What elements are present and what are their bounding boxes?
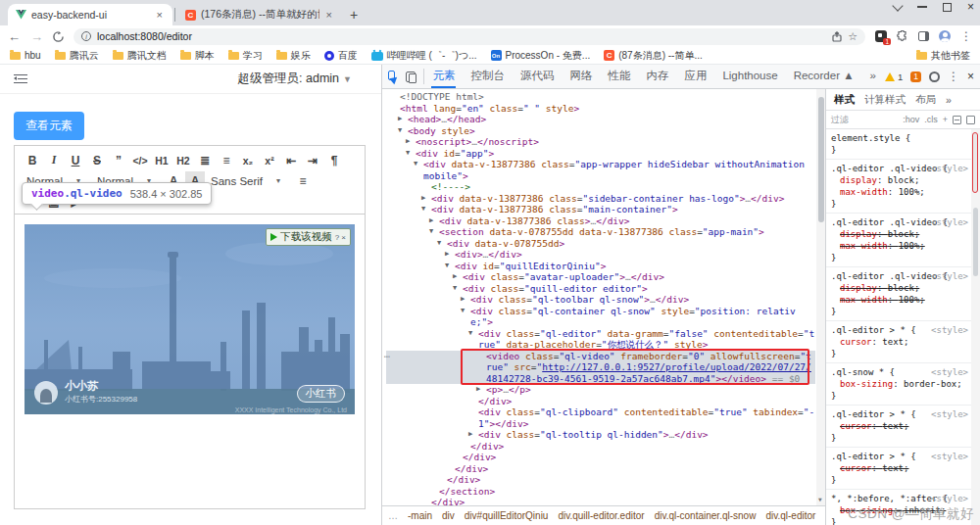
- devtools-tab-[interactable]: 性能: [607, 65, 631, 88]
- dom-tree-line[interactable]: ▼<div id="quillEditorQiniu">: [386, 261, 815, 272]
- warnings-badge[interactable]: 1: [885, 72, 903, 82]
- rule-origin[interactable]: <style>: [931, 324, 968, 336]
- chrome-menu-icon[interactable]: ⋮: [960, 29, 972, 43]
- dom-tree-line[interactable]: ▼<div class="quill-editor editor">: [386, 283, 815, 295]
- dom-tree-line[interactable]: </div>: [386, 497, 815, 505]
- expand-arrow-open[interactable]: ▼: [445, 261, 449, 272]
- expand-arrow-closed[interactable]: ▶: [453, 271, 457, 283]
- direction-button[interactable]: ¶: [324, 151, 344, 169]
- align-button[interactable]: ≡: [293, 171, 313, 190]
- bookmark-item[interactable]: 百度: [324, 49, 358, 63]
- list-bullet-button[interactable]: ≡: [217, 151, 236, 169]
- dom-tree-line[interactable]: ▼<div data-v-078755dd>: [386, 238, 815, 250]
- settings-gear-icon[interactable]: [929, 72, 940, 82]
- expand-arrow-open[interactable]: ▼: [406, 148, 410, 160]
- filter-tool[interactable]: +: [943, 115, 948, 124]
- rule-origin[interactable]: <style>: [931, 366, 968, 378]
- site-info-icon[interactable]: i: [81, 31, 91, 41]
- styles-scrollbar[interactable]: [971, 129, 980, 525]
- css-rule[interactable]: <style>.ql-editor > * {cursor: text;}: [826, 448, 971, 490]
- bookmark-item[interactable]: OnProcessOn - 免费...: [491, 49, 591, 63]
- css-rule[interactable]: element.style {}: [826, 129, 971, 160]
- device-toolbar-icon[interactable]: [406, 72, 416, 82]
- bookmark-item[interactable]: 娱乐: [276, 49, 311, 63]
- devtools-tab-[interactable]: 控制台: [469, 65, 506, 88]
- minimize-button[interactable]: [917, 6, 927, 8]
- new-tab-button[interactable]: +: [350, 7, 358, 23]
- header-2-button[interactable]: H2: [173, 151, 193, 169]
- dom-tree-line[interactable]: ▶<div data-v-13877386 class>…</div>: [386, 215, 815, 227]
- blockquote-button[interactable]: ”: [109, 151, 128, 169]
- code-block-button[interactable]: </>: [130, 151, 150, 169]
- devtools-close-icon[interactable]: ×: [967, 70, 974, 83]
- expand-arrow-open[interactable]: ▼: [398, 125, 402, 137]
- css-rule[interactable]: <style>.ql-snow * {box-sizing: border-bo…: [826, 363, 971, 406]
- expand-arrow-open[interactable]: ▼: [468, 328, 472, 340]
- dom-tree-line[interactable]: ▼<body style>: [386, 125, 815, 137]
- italic-button[interactable]: I: [44, 151, 64, 169]
- node-more-icon[interactable]: ⋯: [384, 351, 390, 362]
- grid-icon[interactable]: [953, 116, 961, 124]
- expand-arrow-open[interactable]: ▼: [461, 306, 465, 317]
- address-bar[interactable]: i localhost:8080/editor ☆: [74, 28, 865, 45]
- devtools-tab-[interactable]: 元素: [431, 65, 456, 88]
- dom-tree-line[interactable]: </div>: [386, 452, 815, 463]
- dom-tree-line[interactable]: ▶<div data-v-13877386 class="sidebar-con…: [386, 193, 815, 205]
- inspect-element-button[interactable]: 查看元素: [14, 112, 84, 140]
- css-rule[interactable]: <style>.ql-editor .ql-video {display: bl…: [826, 214, 971, 267]
- css-property[interactable]: display: block;: [831, 228, 967, 240]
- embedded-video[interactable]: 下载该视频 ? × 小小苏 小红书号:255329958 小红书 XXXX In…: [24, 224, 355, 414]
- elements-scrollbar[interactable]: ▼: [816, 89, 825, 505]
- filter-tool[interactable]: :hov: [903, 115, 919, 124]
- download-video-badge[interactable]: 下载该视频 ? ×: [266, 228, 351, 246]
- expand-arrow-open[interactable]: ▼: [453, 283, 457, 295]
- dom-tree-line[interactable]: ▼<div data-v-13877386 class="main-contai…: [386, 204, 815, 215]
- expand-arrow-open[interactable]: ▼: [421, 204, 425, 215]
- browser-tab-inactive[interactable]: C (176条消息) --简单就好的博客_ ×: [177, 4, 342, 25]
- rule-origin[interactable]: <style>: [931, 270, 968, 282]
- css-property[interactable]: max-width: 100%;: [831, 186, 967, 198]
- dom-tree-line[interactable]: <!---->: [386, 181, 815, 193]
- css-property[interactable]: display: block;: [831, 282, 967, 294]
- bookmark-item[interactable]: 脚本: [180, 49, 215, 63]
- refresh-button[interactable]: [53, 31, 64, 42]
- devtools-tab-Lighthouse[interactable]: Lighthouse: [721, 65, 778, 88]
- expand-arrow-closed[interactable]: ▶: [468, 429, 472, 441]
- bookmark-item[interactable]: 学习: [228, 49, 263, 63]
- badge-minor-icons[interactable]: ? ×: [335, 233, 346, 242]
- expand-arrow-closed[interactable]: ▶: [406, 136, 410, 148]
- dom-tree-line[interactable]: ▶<div class="ql-tooltip ql-hidden">…</di…: [386, 429, 815, 441]
- css-property[interactable]: box-sizing: border-box;: [831, 378, 967, 390]
- extension-icon[interactable]: 1: [875, 30, 887, 42]
- rule-origin[interactable]: <style>: [931, 493, 968, 504]
- dom-tree-line[interactable]: ▶<noscript>…</noscript>: [386, 136, 815, 148]
- bookmark-item[interactable]: 哔哩哔哩 (゜-゜)つ...: [371, 49, 477, 63]
- dom-tree-line[interactable]: ▼<section data-v-078755dd data-v-1387738…: [386, 226, 815, 238]
- dom-tree-line[interactable]: <html lang="en" class=" " style>: [386, 103, 815, 115]
- sidebar-toggle-icon[interactable]: [14, 74, 27, 84]
- expand-arrow-closed[interactable]: ▶: [421, 193, 425, 205]
- side-panel-icon[interactable]: [918, 31, 929, 41]
- issues-badge[interactable]: 1: [910, 72, 921, 82]
- css-property[interactable]: cursor: text;: [831, 462, 967, 474]
- styles-tab-[interactable]: 样式: [834, 93, 855, 107]
- share-icon[interactable]: [832, 31, 842, 42]
- expand-arrow-open[interactable]: ▼: [437, 238, 441, 250]
- expand-arrow-closed[interactable]: ▶: [398, 114, 402, 125]
- devtools-tab-[interactable]: 应用: [683, 65, 708, 88]
- dom-tree-line[interactable]: ▼<div id="app">: [386, 148, 815, 160]
- outdent-button[interactable]: ⇤: [281, 151, 301, 169]
- dom-tree-line[interactable]: ⋯<video class="ql-video" frameborder="0"…: [386, 351, 815, 385]
- styles-tab-[interactable]: 计算样式: [864, 93, 906, 107]
- dom-tree-line[interactable]: ▶<head>…</head>: [386, 114, 815, 125]
- tab-close-icon[interactable]: ×: [324, 9, 334, 21]
- maximize-button[interactable]: [943, 3, 952, 12]
- font-select[interactable]: Sans Serif▾: [207, 175, 291, 187]
- dom-tree-line[interactable]: </section>: [386, 486, 815, 498]
- devtools-tab-[interactable]: »: [869, 65, 877, 88]
- dom-tree-line[interactable]: ▼<div data-v-13877386 class="app-wrapper…: [386, 159, 815, 181]
- strike-button[interactable]: S: [87, 151, 107, 169]
- forward-button[interactable]: →: [30, 30, 43, 43]
- dom-tree-line[interactable]: ▶<div class="ql-toolbar ql-snow">…</div>: [386, 294, 815, 306]
- breadcrumb-item[interactable]: …: [388, 510, 398, 521]
